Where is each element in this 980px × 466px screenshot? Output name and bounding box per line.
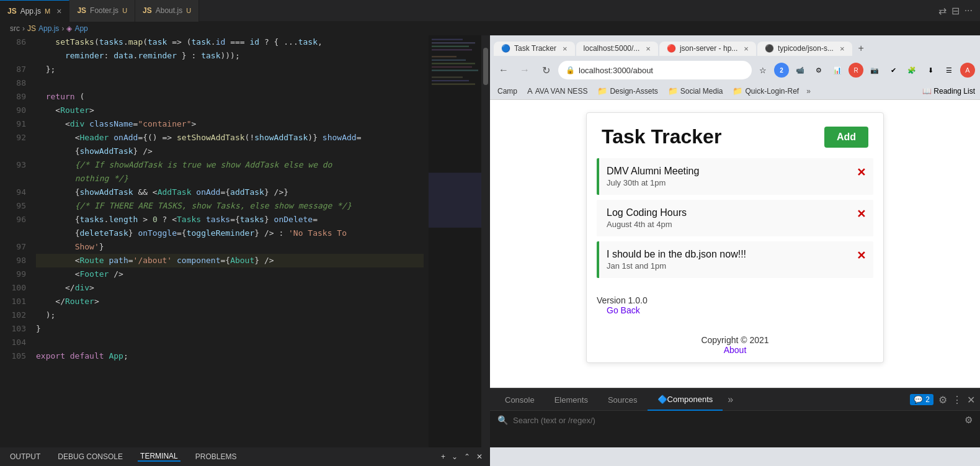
devtools-menu-icon[interactable]: ⋮	[952, 394, 962, 406]
ext-icon-6[interactable]: 📷	[867, 63, 882, 78]
app-header: Task Tracker Add	[587, 113, 883, 158]
ext-icon-2[interactable]: 📹	[793, 63, 808, 78]
bottom-actions: + ⌄ ⌃ ✕	[441, 452, 483, 461]
task-info: Log Coding Hours August 4th at 4pm	[607, 207, 857, 229]
ext-icon-10[interactable]: ☰	[942, 63, 956, 78]
ext-icon-4[interactable]: 📊	[830, 63, 845, 78]
reading-list-icon[interactable]: 📖 Reading List	[922, 87, 975, 96]
breadcrumb-js-icon: JS	[27, 24, 36, 33]
profile-icon[interactable]: A	[960, 63, 975, 78]
delete-task-button[interactable]: ✕	[857, 249, 866, 262]
devtools-search-settings-icon[interactable]: ⚙	[964, 414, 973, 426]
split-terminal-icon[interactable]: ⌄	[452, 452, 458, 461]
browser-chrome: 🔵 Task Tracker × localhost:5000/... × 🔴 …	[490, 35, 980, 100]
ext-icon-5[interactable]: R	[849, 63, 863, 78]
svg-rect-12	[432, 83, 475, 84]
address-bar[interactable]: 🔒 localhost:3000/about	[558, 61, 752, 79]
social-label: Social Media	[680, 87, 723, 96]
ext-icon-9[interactable]: ⬇	[923, 63, 938, 78]
scrollbar[interactable]	[481, 35, 490, 447]
app-title: Task Tracker	[602, 125, 721, 148]
bookmark-camp[interactable]: Camp	[495, 86, 520, 97]
breadcrumb-symbol[interactable]: App	[74, 24, 87, 33]
svg-rect-4	[432, 49, 472, 50]
devtools-search-input[interactable]	[513, 416, 960, 425]
about-link[interactable]: About	[597, 345, 873, 355]
code-lines: setTasks(tasks.map(task => (task.id === …	[31, 35, 429, 447]
bookmarks-overflow[interactable]: »	[806, 87, 811, 96]
devtools-tab-console[interactable]: Console	[495, 389, 545, 411]
browser-tab-json-server[interactable]: 🔴 json-server - hp... ×	[659, 42, 756, 56]
svg-rect-3	[432, 46, 469, 47]
breadcrumb-symbol-icon: ◈	[66, 24, 72, 33]
folder-icon: 📁	[733, 86, 742, 96]
browser-tab-close-icon[interactable]: ×	[563, 44, 568, 53]
delete-task-button[interactable]: ✕	[857, 207, 866, 221]
up-icon[interactable]: ⌃	[464, 452, 470, 461]
add-task-button[interactable]: Add	[824, 127, 868, 148]
ava-label: AVA VAN NESS	[535, 87, 588, 96]
bookmark-social-media[interactable]: 📁 Social Media	[666, 85, 726, 97]
branch-icon[interactable]: ⇄	[938, 5, 947, 17]
browser-tab-task-tracker[interactable]: 🔵 Task Tracker ×	[494, 42, 575, 56]
back-button[interactable]: ←	[495, 61, 512, 79]
ext-icon-3[interactable]: ⚙	[811, 63, 826, 78]
code-editor[interactable]: 86 87 88 89 90 91 92 93 94 95 96 97	[0, 35, 490, 447]
go-back-link[interactable]: Go Back	[597, 305, 873, 315]
tab-label: About.js	[156, 6, 182, 15]
copyright: Copyright © 2021 About	[587, 323, 883, 362]
json-favicon: 🔴	[667, 44, 676, 53]
tab-app-js[interactable]: JS App.js M ×	[0, 0, 69, 22]
browser-tab-close-icon[interactable]: ×	[744, 44, 749, 53]
browser-tab-typicode[interactable]: ⚫ typicode/json-s... ×	[757, 42, 852, 56]
folder-icon: 📁	[597, 86, 607, 96]
devtools-settings-icon[interactable]: ⚙	[938, 394, 947, 406]
add-terminal-icon[interactable]: +	[441, 452, 445, 461]
browser-bottom	[490, 447, 980, 466]
devtools-more-icon[interactable]: »	[723, 394, 738, 405]
breadcrumb: src › JS App.js › ◈ App	[0, 22, 980, 35]
new-tab-button[interactable]: +	[853, 40, 869, 56]
devtools-search-bar: 🔍 ⚙	[490, 411, 980, 429]
devtools-tab-components[interactable]: 🔷 Components	[648, 389, 723, 411]
breadcrumb-file[interactable]: App.js	[38, 24, 59, 33]
bookmark-design-assets[interactable]: 📁 Design-Assets	[595, 85, 660, 97]
vscode-tab-bar: JS App.js M × JS Footer.js U JS About.js…	[0, 0, 980, 22]
reload-button[interactable]: ↻	[537, 61, 555, 79]
ext-icon-7[interactable]: ✔	[886, 63, 901, 78]
browser-tab-close-icon[interactable]: ×	[646, 44, 651, 53]
forward-button[interactable]: →	[516, 61, 533, 79]
close-panel-icon[interactable]: ✕	[476, 452, 483, 461]
task-name: DMV Alumni Meeting	[607, 166, 857, 177]
tab-about-js[interactable]: JS About.js U	[135, 0, 199, 22]
devtools-tab-sources[interactable]: Sources	[598, 389, 648, 411]
svg-rect-0	[429, 35, 481, 447]
problems-tab[interactable]: PROBLEMS	[193, 452, 239, 461]
ext-icon-8[interactable]: 🧩	[904, 63, 919, 78]
tab-footer-js[interactable]: JS Footer.js U	[69, 0, 135, 22]
breadcrumb-src[interactable]: src	[10, 24, 20, 33]
minimap[interactable]	[429, 35, 481, 447]
bookmark-ava[interactable]: A AVA VAN NESS	[525, 85, 590, 97]
terminal-tab[interactable]: TERMINAL	[138, 452, 180, 462]
more-actions-icon[interactable]: ···	[964, 5, 973, 17]
task-info: I should be in the db.json now!!! Jan 1s…	[607, 249, 857, 271]
devtools-tab-elements[interactable]: Elements	[545, 389, 598, 411]
browser-tab-localhost[interactable]: localhost:5000/... ×	[576, 42, 658, 56]
task-list: DMV Alumni Meeting July 30th at 1pm ✕ Lo…	[587, 158, 883, 290]
star-icon[interactable]: ☆	[755, 63, 770, 78]
bookmarks-bar: Camp A AVA VAN NESS 📁 Design-Assets 📁 So…	[490, 83, 980, 100]
split-editor-icon[interactable]: ⊟	[951, 5, 960, 17]
js-icon: JS	[7, 7, 17, 16]
tab-close-icon[interactable]: ×	[56, 7, 61, 16]
devtools-panel: Console Elements Sources 🔷 Components »	[490, 388, 980, 447]
output-tab[interactable]: OUTPUT	[7, 452, 43, 461]
ext-icon-1[interactable]: 2	[774, 63, 789, 78]
browser-tab-close-icon[interactable]: ×	[840, 44, 845, 53]
devtools-close-icon[interactable]: ✕	[967, 394, 975, 406]
task-item: DMV Alumni Meeting July 30th at 1pm ✕	[597, 158, 873, 195]
debug-console-tab[interactable]: DEBUG CONSOLE	[55, 452, 125, 461]
svg-rect-10	[432, 76, 463, 78]
delete-task-button[interactable]: ✕	[857, 166, 866, 179]
bookmark-quick-login[interactable]: 📁 Quick-Login-Ref	[730, 85, 801, 97]
